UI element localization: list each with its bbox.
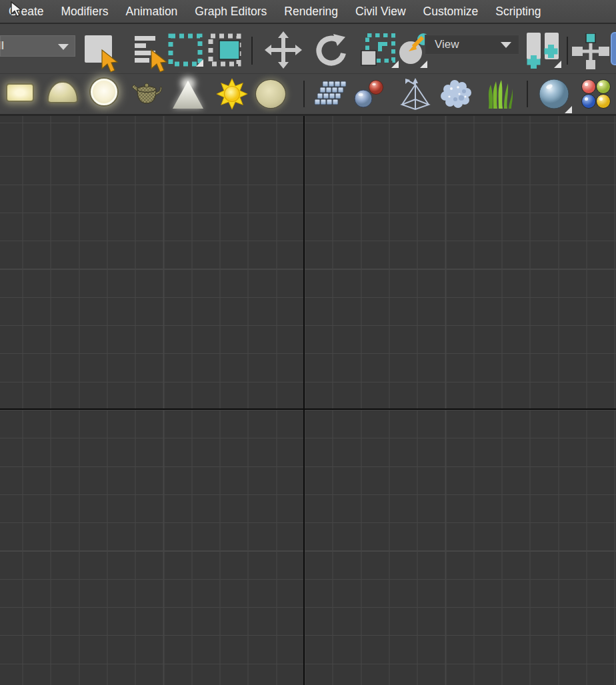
mouse-pointer-cursor <box>10 1 25 21</box>
rotate-arrow-icon <box>313 33 349 69</box>
selection-filter-value: All <box>1 36 4 56</box>
grid-origin-axis-horizontal <box>0 408 616 410</box>
spot-light-button[interactable] <box>173 81 203 109</box>
glowing-rectangle-icon <box>6 83 34 102</box>
menu-animation[interactable]: Animation <box>117 0 187 23</box>
disc-light-button[interactable] <box>91 79 117 105</box>
move-arrows-icon <box>265 31 302 69</box>
sun-icon <box>215 78 249 110</box>
sphere-light-button[interactable] <box>255 79 286 109</box>
window-crossing-icon <box>208 33 243 67</box>
volume-noise-button[interactable] <box>439 79 474 111</box>
dome-light-button[interactable] <box>47 81 78 103</box>
instance-array-button[interactable] <box>312 81 347 110</box>
partial-active-button[interactable] <box>611 32 616 65</box>
chevron-down-icon <box>58 44 69 50</box>
3ds-max-window: Create Modifiers Animation Graph Editors… <box>0 0 616 685</box>
glowing-cone-icon <box>173 81 203 109</box>
secondary-toolbar <box>0 73 616 113</box>
select-and-rotate-button[interactable] <box>313 33 349 71</box>
manipulate-icon <box>572 33 609 69</box>
flyout-indicator <box>196 59 203 67</box>
camera-rig-button[interactable] <box>399 78 433 113</box>
glowing-dome-icon <box>47 81 78 103</box>
four-colored-spheres-icon <box>581 79 611 109</box>
toolbar-separator <box>567 37 568 65</box>
window-crossing-toggle-button[interactable] <box>208 33 243 69</box>
mesh-light-button[interactable] <box>131 79 163 110</box>
menu-civil-view[interactable]: Civil View <box>347 0 415 23</box>
viewport-canvas[interactable] <box>0 114 616 685</box>
select-and-manipulate-button[interactable] <box>572 33 609 72</box>
scale-icon <box>361 33 395 67</box>
color-operators-button[interactable] <box>581 79 611 112</box>
flyout-indicator <box>554 61 561 68</box>
grass-tuft-icon <box>485 79 514 109</box>
toolbar-separator <box>527 81 528 107</box>
menu-customize[interactable]: Customize <box>415 0 487 23</box>
coordinate-system-value: View <box>435 38 459 51</box>
teapot-icon <box>131 79 163 107</box>
flyout-indicator <box>565 106 572 113</box>
select-and-scale-button[interactable] <box>361 33 395 69</box>
glowing-disc-icon <box>91 79 117 105</box>
selection-filter-dropdown[interactable]: All <box>0 35 75 57</box>
flyout-indicator <box>420 61 427 68</box>
grid-origin-axis-vertical <box>303 116 305 685</box>
fluffy-ball-icon <box>439 79 474 109</box>
menu-modifiers[interactable]: Modifiers <box>53 0 117 23</box>
blue-red-spheres-icon <box>352 79 387 109</box>
toolbar-separator <box>251 37 253 65</box>
material-preview-button[interactable] <box>538 78 570 113</box>
wireframe-pyramid-arrow-icon <box>399 78 433 110</box>
menu-graph-editors[interactable]: Graph Editors <box>186 0 275 23</box>
menu-create[interactable]: Create <box>0 0 53 23</box>
rectangular-selection-region-button[interactable] <box>168 33 203 69</box>
molecule-volume-button[interactable] <box>352 79 387 111</box>
glossy-blue-sphere-icon <box>538 78 570 110</box>
use-pivot-point-center-button[interactable] <box>525 31 563 71</box>
menu-scripting-partial[interactable]: Scripting <box>487 0 549 23</box>
reference-coordinate-system-dropdown[interactable]: View <box>425 35 519 55</box>
quad-area-light-button[interactable] <box>6 83 34 102</box>
sun-light-button[interactable] <box>215 78 249 113</box>
select-object-icon <box>84 34 120 73</box>
cube-grid-icon <box>312 81 347 107</box>
toolbar-separator <box>303 81 305 107</box>
main-toolbar: All <box>0 25 616 73</box>
menu-rendering[interactable]: Rendering <box>275 0 347 23</box>
select-by-name-icon <box>134 35 167 73</box>
select-and-move-button[interactable] <box>265 31 302 71</box>
select-object-button[interactable] <box>84 34 120 75</box>
chevron-down-icon <box>501 42 511 48</box>
select-by-name-button[interactable] <box>134 35 167 75</box>
menu-bar: Create Modifiers Animation Graph Editors… <box>0 0 616 24</box>
scatter-grass-button[interactable] <box>485 79 514 111</box>
glowing-sphere-icon <box>255 79 286 109</box>
